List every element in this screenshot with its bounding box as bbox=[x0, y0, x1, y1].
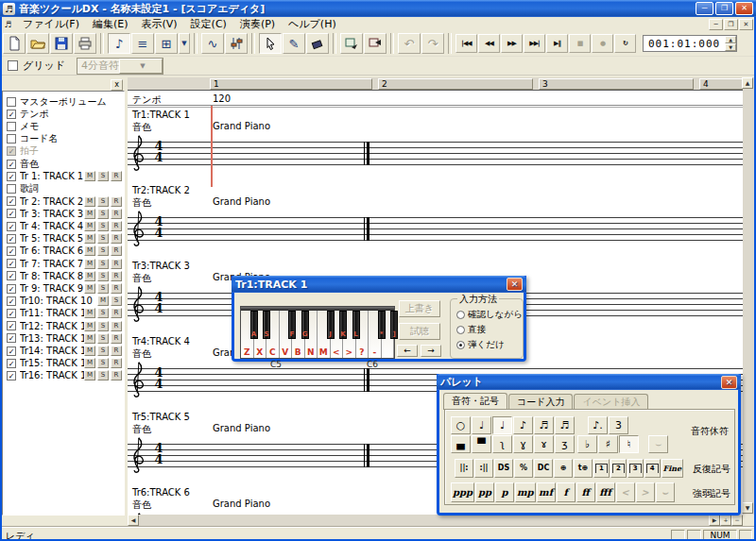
thirtysecond-note-button[interactable]: ♬ bbox=[555, 416, 575, 434]
measure-header[interactable]: 1 bbox=[210, 78, 372, 90]
volta-4-button[interactable]: 4 bbox=[644, 459, 661, 478]
tone-value[interactable]: Grand Piano bbox=[213, 499, 270, 509]
record-toggle-button[interactable]: R bbox=[111, 358, 122, 368]
mute-toggle-button[interactable]: M bbox=[84, 308, 95, 318]
go-end-button[interactable]: ▶▶| bbox=[524, 34, 545, 53]
piano-dialog-close-button[interactable]: ✕ bbox=[507, 278, 523, 291]
child-close-button[interactable]: ✕ bbox=[739, 19, 753, 30]
audition-button[interactable]: 試聴 bbox=[399, 323, 440, 340]
track-checkbox[interactable]: ✓ bbox=[7, 146, 16, 156]
quarter-rest-button[interactable]: ʅ bbox=[492, 435, 512, 453]
crescendo-button[interactable]: < bbox=[616, 482, 635, 502]
measure-header[interactable]: 2 bbox=[378, 78, 533, 90]
child-restore-button[interactable]: ❐ bbox=[724, 19, 738, 30]
menu-item-1[interactable]: 編集(E) bbox=[86, 18, 135, 31]
track-checkbox[interactable]: ✓ bbox=[7, 371, 16, 380]
track-checkbox[interactable]: ✓ bbox=[7, 222, 16, 231]
decrescendo-button[interactable]: > bbox=[636, 482, 655, 502]
mute-toggle-button[interactable]: M bbox=[84, 370, 95, 380]
solo-toggle-button[interactable]: S bbox=[97, 333, 109, 344]
black-key-L[interactable]: L bbox=[352, 311, 360, 339]
volta-3-button[interactable]: 3 bbox=[627, 459, 644, 478]
mute-toggle-button[interactable]: M bbox=[84, 271, 95, 281]
volta-1-button[interactable]: 1 bbox=[593, 459, 610, 478]
loop-button[interactable]: ↻ bbox=[614, 34, 636, 53]
delete-event-button[interactable] bbox=[364, 33, 387, 54]
track-checkbox[interactable]: ✓ bbox=[7, 160, 16, 169]
menu-item-3[interactable]: 設定(C) bbox=[184, 18, 233, 31]
da-capo-button[interactable]: DC bbox=[534, 459, 553, 478]
scroll-right-icon[interactable]: ▶ bbox=[709, 515, 720, 526]
pp-button[interactable]: pp bbox=[475, 482, 494, 502]
solo-toggle-button[interactable]: S bbox=[97, 233, 109, 244]
track-checkbox[interactable]: ✓ bbox=[7, 333, 16, 343]
track-checkbox[interactable]: ✓ bbox=[7, 347, 16, 356]
solo-toggle-button[interactable]: S bbox=[97, 171, 109, 181]
track-checkbox[interactable]: ✓ bbox=[7, 110, 16, 119]
radio-direct[interactable]: 直接 bbox=[456, 324, 486, 336]
black-key-J[interactable]: J bbox=[327, 311, 335, 339]
track-checkbox[interactable]: ✓ bbox=[7, 284, 16, 294]
maximize-button[interactable]: ❐ bbox=[715, 2, 733, 15]
close-button[interactable]: ✕ bbox=[735, 2, 753, 15]
vertical-scrollbar[interactable]: ▲ ▼ bbox=[743, 77, 754, 515]
black-key-A[interactable]: A bbox=[250, 311, 258, 339]
solo-toggle-button[interactable]: S bbox=[97, 283, 109, 294]
menu-item-5[interactable]: ヘルプ(H) bbox=[282, 18, 343, 31]
track-checkbox[interactable]: ✓ bbox=[7, 234, 16, 244]
record-toggle-button[interactable]: R bbox=[111, 321, 122, 331]
track-checkbox[interactable]: ✓ bbox=[7, 209, 16, 218]
dotted-note-button[interactable]: ♪. bbox=[588, 416, 608, 434]
solo-toggle-button[interactable]: S bbox=[111, 296, 122, 306]
record-toggle-button[interactable]: R bbox=[111, 233, 122, 244]
mute-toggle-button[interactable]: M bbox=[84, 209, 95, 219]
mute-toggle-button[interactable]: M bbox=[84, 233, 95, 244]
mute-toggle-button[interactable]: M bbox=[84, 358, 95, 368]
save-button[interactable] bbox=[50, 33, 73, 54]
segno-button[interactable]: % bbox=[514, 459, 533, 478]
record-toggle-button[interactable]: R bbox=[111, 333, 122, 344]
thirtysecond-rest-button[interactable]: ʒ bbox=[555, 435, 575, 453]
zoom-out-button[interactable]: − bbox=[731, 515, 743, 526]
solo-toggle-button[interactable]: S bbox=[97, 209, 109, 219]
record-toggle-button[interactable]: R bbox=[111, 221, 122, 231]
measure-header[interactable]: 4 bbox=[699, 78, 743, 90]
ppp-button[interactable]: ppp bbox=[451, 482, 474, 502]
mute-toggle-button[interactable]: M bbox=[84, 221, 95, 231]
octave-right-button[interactable]: → bbox=[421, 345, 441, 357]
dal-segno-button[interactable]: DS bbox=[494, 459, 513, 478]
stop-button[interactable]: ■ bbox=[569, 34, 591, 53]
record-toggle-button[interactable]: R bbox=[111, 196, 122, 207]
zoom-in-button[interactable]: + bbox=[720, 515, 731, 526]
menu-item-2[interactable]: 表示(V) bbox=[135, 18, 184, 31]
grid-value-combo[interactable]: 4分音符 ▼ bbox=[77, 58, 163, 75]
sharp-button[interactable]: ♯ bbox=[598, 435, 618, 453]
half-note-button[interactable]: ♩ bbox=[472, 416, 491, 434]
track-checkbox[interactable]: ✓ bbox=[7, 296, 16, 306]
solo-toggle-button[interactable]: S bbox=[97, 370, 109, 380]
solo-toggle-button[interactable]: S bbox=[97, 245, 109, 256]
eighth-note-button[interactable]: ♪ bbox=[513, 416, 533, 434]
track-checkbox[interactable]: ✓ bbox=[7, 259, 16, 268]
tone-value[interactable]: Grand Piano bbox=[213, 423, 270, 433]
record-toggle-button[interactable]: R bbox=[111, 271, 122, 281]
slur-button[interactable]: ⌣ bbox=[656, 482, 675, 502]
record-toggle-button[interactable]: R bbox=[111, 370, 122, 380]
new-file-button[interactable] bbox=[3, 33, 26, 54]
print-button[interactable] bbox=[74, 33, 96, 54]
track-checkbox[interactable] bbox=[7, 184, 16, 194]
score-editor-button[interactable]: ♪ bbox=[108, 33, 130, 54]
menu-item-4[interactable]: 演奏(P) bbox=[233, 18, 282, 31]
time-up-button[interactable]: ▲ bbox=[725, 36, 736, 43]
track-checkbox[interactable]: ✓ bbox=[7, 172, 16, 181]
solo-toggle-button[interactable]: S bbox=[97, 358, 109, 368]
tone-value[interactable]: Grand Piano bbox=[213, 196, 270, 207]
record-toggle-button[interactable]: R bbox=[111, 308, 122, 318]
pencil-tool-button[interactable]: ✎ bbox=[283, 33, 305, 54]
minimize-button[interactable]: ─ bbox=[696, 2, 713, 15]
mute-toggle-button[interactable]: M bbox=[84, 346, 95, 356]
sidebar-close-button[interactable]: x bbox=[111, 79, 123, 91]
editor-dropdown-button[interactable]: ▼ bbox=[179, 33, 190, 54]
select-tool-button[interactable] bbox=[259, 33, 282, 54]
radio-confirm[interactable]: 確認しながら bbox=[456, 309, 523, 321]
